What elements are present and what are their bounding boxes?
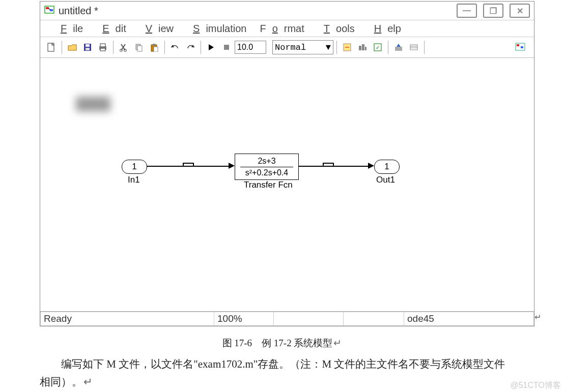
signal-bump bbox=[193, 163, 194, 166]
run-icon[interactable] bbox=[204, 40, 218, 54]
svg-text:✓: ✓ bbox=[376, 45, 380, 50]
restore-button[interactable]: ❐ bbox=[483, 4, 503, 18]
menu-view[interactable]: View bbox=[133, 23, 180, 35]
tfcn-numerator: 2s+3 bbox=[258, 157, 275, 166]
open-icon[interactable] bbox=[65, 40, 79, 54]
window-title: untitled * bbox=[59, 5, 98, 17]
svg-rect-1 bbox=[46, 7, 49, 9]
outport-block[interactable]: 1 bbox=[374, 160, 400, 174]
window-controls: — ❐ ✕ bbox=[457, 4, 530, 18]
inport-number: 1 bbox=[132, 162, 136, 172]
svg-rect-19 bbox=[153, 44, 155, 46]
build-icon[interactable] bbox=[391, 40, 406, 54]
toolbar-button-5[interactable] bbox=[407, 40, 421, 54]
fraction-line bbox=[240, 167, 293, 167]
close-button[interactable]: ✕ bbox=[510, 4, 530, 18]
status-blank1 bbox=[274, 312, 344, 326]
copy-icon[interactable] bbox=[132, 40, 146, 54]
svg-rect-34 bbox=[410, 45, 417, 50]
separator bbox=[62, 41, 62, 54]
dropdown-icon: ▼ bbox=[326, 43, 331, 52]
library-browser-icon[interactable] bbox=[514, 40, 528, 54]
menu-file[interactable]: File bbox=[48, 23, 89, 35]
separator bbox=[201, 41, 201, 54]
svg-rect-27 bbox=[359, 46, 361, 50]
blurred-watermark: ████ bbox=[53, 88, 133, 119]
separator bbox=[424, 41, 425, 54]
separator bbox=[113, 41, 114, 54]
status-bar: Ready 100% ode45 bbox=[40, 311, 534, 326]
watermark: @51CTO博客 bbox=[510, 380, 561, 391]
toolbar: 10.0 Normal ▼ ✓ bbox=[40, 37, 534, 58]
svg-marker-23 bbox=[209, 44, 214, 50]
separator bbox=[336, 41, 337, 54]
svg-rect-17 bbox=[137, 46, 142, 51]
tfcn-denominator: s²+0.2s+0.4 bbox=[245, 168, 289, 177]
menu-format[interactable]: Format bbox=[253, 23, 310, 35]
svg-rect-24 bbox=[224, 45, 229, 50]
svg-rect-32 bbox=[395, 47, 402, 51]
transfer-fcn-block[interactable]: 2s+3 s²+0.2s+0.4 bbox=[235, 154, 299, 180]
status-zoom: 100% bbox=[214, 312, 274, 326]
status-ready: Ready bbox=[40, 312, 214, 326]
simulation-time-input[interactable]: 10.0 bbox=[235, 41, 266, 54]
minimize-button[interactable]: — bbox=[457, 4, 477, 18]
redo-icon[interactable] bbox=[183, 40, 198, 54]
svg-rect-28 bbox=[362, 44, 364, 50]
mode-value: Normal bbox=[275, 43, 306, 52]
new-icon[interactable] bbox=[44, 40, 59, 54]
svg-rect-11 bbox=[100, 48, 105, 51]
menu-help[interactable]: Help bbox=[362, 23, 407, 35]
svg-rect-10 bbox=[100, 44, 105, 47]
signal-bump bbox=[333, 163, 334, 166]
line-return-glyph: ↵ bbox=[534, 312, 541, 322]
outport-number: 1 bbox=[384, 162, 389, 172]
inport-block[interactable]: 1 bbox=[122, 160, 147, 174]
svg-rect-20 bbox=[154, 47, 158, 52]
signal-bump bbox=[183, 163, 193, 164]
toolbar-button-1[interactable] bbox=[340, 40, 354, 54]
signal-line bbox=[147, 166, 229, 167]
signal-bump bbox=[323, 163, 333, 164]
model-canvas[interactable]: ████ 1 In1 2s+3 s²+0.2s+0.4 Transfer Fcn… bbox=[40, 58, 534, 311]
body-text: 编写如下 M 文件，以文件名"exam1702.m"存盘。（注：M 文件的主文件… bbox=[40, 356, 533, 390]
outport-label: Out1 bbox=[376, 175, 395, 185]
svg-marker-33 bbox=[397, 44, 401, 47]
svg-rect-39 bbox=[521, 46, 523, 48]
signal-line bbox=[299, 166, 368, 167]
cut-icon[interactable] bbox=[117, 40, 131, 54]
main-window: untitled * — ❐ ✕ File Edit View Simulati… bbox=[40, 1, 534, 326]
arrowhead-icon bbox=[368, 163, 374, 169]
status-solver: ode45 bbox=[404, 312, 534, 326]
inport-label: In1 bbox=[128, 175, 140, 185]
arrowhead-icon bbox=[229, 163, 235, 169]
svg-rect-2 bbox=[50, 9, 53, 11]
undo-icon[interactable] bbox=[168, 40, 182, 54]
menu-bar: File Edit View Simulation Format Tools H… bbox=[40, 20, 534, 37]
svg-rect-7 bbox=[86, 44, 90, 47]
svg-rect-8 bbox=[86, 48, 90, 50]
menu-edit[interactable]: Edit bbox=[90, 23, 132, 35]
print-icon[interactable] bbox=[96, 40, 110, 54]
menu-simulation[interactable]: Simulation bbox=[181, 23, 252, 35]
save-icon[interactable] bbox=[80, 40, 95, 54]
tfcn-label: Transfer Fcn bbox=[244, 180, 293, 190]
svg-rect-38 bbox=[517, 44, 519, 46]
toolbar-button-3[interactable]: ✓ bbox=[371, 40, 385, 54]
toolbar-button-2[interactable] bbox=[355, 40, 370, 54]
svg-rect-29 bbox=[365, 47, 366, 50]
separator bbox=[164, 41, 165, 54]
title-bar: untitled * — ❐ ✕ bbox=[40, 2, 534, 20]
menu-tools[interactable]: Tools bbox=[312, 23, 361, 35]
stop-icon[interactable] bbox=[219, 40, 234, 54]
separator bbox=[388, 41, 388, 54]
status-blank2 bbox=[344, 312, 404, 326]
figure-caption: 图 17-6 例 17-2 系统模型↵ bbox=[0, 337, 564, 350]
svg-marker-5 bbox=[68, 45, 76, 50]
paste-icon[interactable] bbox=[147, 40, 161, 54]
simulation-mode-select[interactable]: Normal ▼ bbox=[272, 40, 333, 54]
app-icon bbox=[44, 6, 55, 16]
